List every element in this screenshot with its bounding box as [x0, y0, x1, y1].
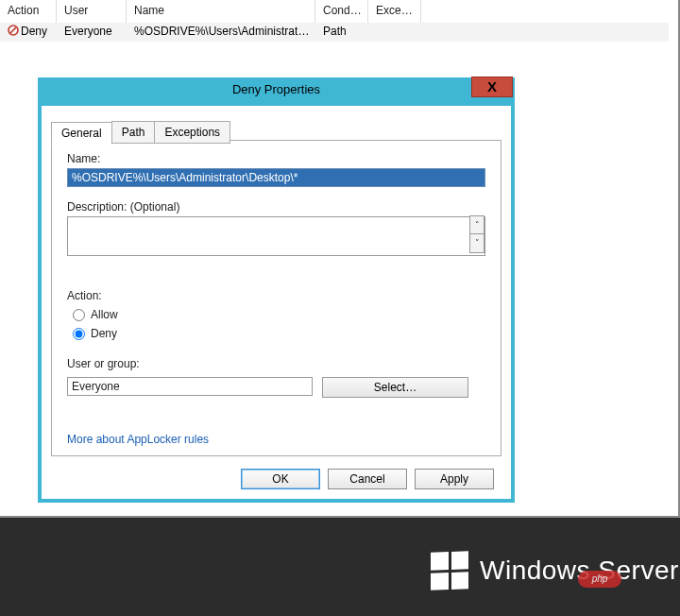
action-label: Action: — [67, 289, 485, 302]
column-headers-row: Action User Name Conditi… Excepti… — [0, 0, 669, 23]
tab-exceptions[interactable]: Exceptions — [154, 121, 230, 144]
apply-button[interactable]: Apply — [415, 469, 494, 489]
rule-action-text: Deny — [21, 25, 47, 38]
tab-panel-general: Name: Description: (Optional) ˄ ˅ Action… — [51, 140, 502, 456]
dialog-buttons: OK Cancel Apply — [241, 469, 494, 489]
user-group-value: Everyone — [67, 377, 313, 396]
rule-name-cell: %OSDRIVE%\Users\Administrato… — [127, 23, 315, 42]
tab-general[interactable]: General — [51, 122, 112, 145]
rule-conditions-cell: Path — [315, 23, 368, 42]
spin-up-icon[interactable]: ˄ — [469, 215, 484, 234]
svg-line-1 — [10, 27, 16, 33]
name-input[interactable] — [67, 168, 485, 187]
deny-properties-dialog: Deny Properties X General Path Exception… — [38, 77, 515, 503]
col-action[interactable]: Action — [0, 0, 57, 23]
name-label: Name: — [67, 152, 485, 165]
rule-user-cell: Everyone — [57, 23, 127, 42]
tab-path[interactable]: Path — [111, 121, 156, 144]
user-group-label: User or group: — [67, 357, 485, 370]
cancel-button[interactable]: Cancel — [328, 469, 407, 489]
select-user-button[interactable]: Select… — [322, 377, 468, 398]
spin-down-icon[interactable]: ˅ — [469, 234, 484, 253]
ok-button[interactable]: OK — [241, 469, 320, 489]
deny-radio-label: Deny — [91, 327, 117, 340]
description-input[interactable] — [67, 216, 485, 256]
windows-logo-icon — [431, 551, 468, 590]
deny-radio[interactable] — [73, 328, 85, 340]
php-watermark: php — [578, 571, 621, 588]
windows-brand: Windows Server — [431, 552, 679, 590]
rule-exceptions-cell — [368, 23, 421, 42]
col-user[interactable]: User — [57, 0, 127, 23]
allow-radio-label: Allow — [91, 308, 118, 321]
applocker-help-link[interactable]: More about AppLocker rules — [67, 433, 209, 446]
rule-row[interactable]: Deny Everyone %OSDRIVE%\Users\Administra… — [0, 23, 669, 42]
col-name[interactable]: Name — [127, 0, 315, 23]
allow-radio[interactable] — [73, 309, 85, 321]
col-conditions[interactable]: Conditi… — [315, 0, 368, 23]
dialog-titlebar[interactable]: Deny Properties X — [38, 77, 515, 106]
close-button[interactable]: X — [471, 77, 513, 97]
description-spinner: ˄ ˅ — [469, 215, 484, 253]
deny-icon — [8, 25, 19, 39]
tabs: General Path Exceptions — [51, 121, 230, 144]
description-label: Description: (Optional) — [67, 200, 485, 214]
dialog-title: Deny Properties — [38, 82, 515, 96]
col-exceptions[interactable]: Excepti… — [368, 0, 421, 23]
rule-action-cell: Deny — [0, 23, 57, 42]
